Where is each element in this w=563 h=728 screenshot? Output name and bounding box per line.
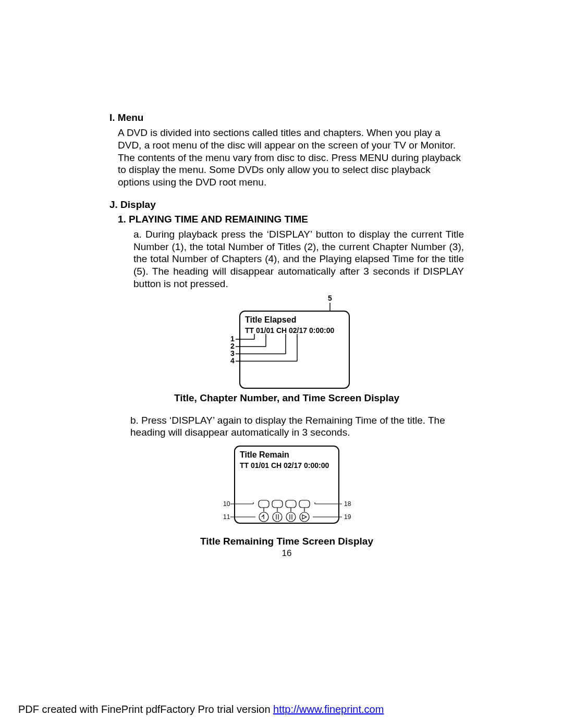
figure-1-wrap: Title Elapsed TT 01/01 CH 02/17 0:00:00 … xyxy=(109,295,464,389)
pdf-footer: PDF created with FinePrint pdfFactory Pr… xyxy=(18,704,384,715)
fig1-label-5: 5 xyxy=(328,295,332,302)
svg-marker-27 xyxy=(302,515,307,519)
svg-rect-13 xyxy=(286,500,296,508)
fig2-left-b: 11 xyxy=(223,513,230,521)
section-j-item-a: a. During playback press the ‘DISPLAY’ b… xyxy=(133,228,464,290)
section-j-heading: J. Display xyxy=(109,199,464,211)
figure-2-caption: Title Remaining Time Screen Display xyxy=(109,536,464,547)
svg-point-20 xyxy=(273,512,282,522)
figure-2-wrap: Title Remain TT 01/01 CH 02/17 0:00:00 xyxy=(109,444,464,533)
svg-point-22 xyxy=(300,512,309,522)
figure-1-svg: Title Elapsed TT 01/01 CH 02/17 0:00:00 … xyxy=(219,295,354,389)
page-content: I. Menu A DVD is divided into sections c… xyxy=(109,112,464,559)
footer-link[interactable]: http://www.fineprint.com xyxy=(273,704,384,715)
section-i-heading: I. Menu xyxy=(109,112,464,124)
svg-rect-14 xyxy=(299,500,310,508)
fig1-line1: Title Elapsed xyxy=(245,315,296,324)
figure-1-caption: Title, Chapter Number, and Time Screen D… xyxy=(109,392,464,404)
fig2-line1: Title Remain xyxy=(240,450,289,459)
page-number: 16 xyxy=(109,548,464,559)
svg-rect-11 xyxy=(259,500,269,508)
section-j-sub1-heading: 1. PLAYING TIME AND REMAINING TIME xyxy=(118,214,464,225)
svg-point-21 xyxy=(286,512,296,522)
fig2-left-a: 10 xyxy=(223,500,230,508)
svg-rect-12 xyxy=(272,500,283,508)
section-j-item-b: b. Press ‘DISPLAY’ again to display the … xyxy=(130,414,464,439)
fig2-line2: TT 01/01 CH 02/17 0:00:00 xyxy=(240,461,329,470)
section-i-body: A DVD is divided into sections called ti… xyxy=(118,127,464,189)
fig1-line2: TT 01/01 CH 02/17 0:00:00 xyxy=(245,326,334,335)
fig1-label-4: 4 xyxy=(230,356,235,365)
fig2-right-a: 18 xyxy=(344,500,351,508)
figure-2-svg: Title Remain TT 01/01 CH 02/17 0:00:00 xyxy=(219,444,354,533)
footer-prefix: PDF created with FinePrint pdfFactory Pr… xyxy=(18,704,273,715)
fig2-right-b: 19 xyxy=(344,513,351,521)
